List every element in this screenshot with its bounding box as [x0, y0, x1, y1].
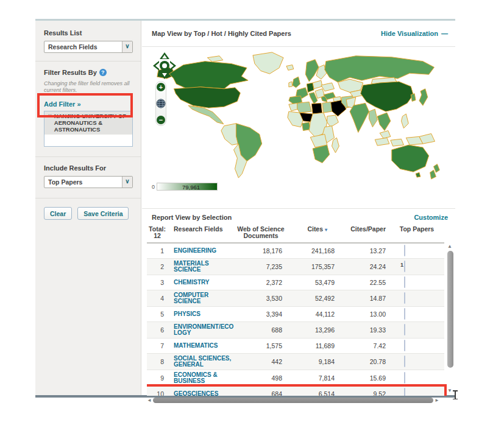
- table-row[interactable]: 2 MATERIALS SCIENCE 7,235 175,357 24.24 …: [147, 259, 444, 275]
- sidebar-divider: [35, 198, 141, 198]
- top-papers-bar-cell: 1: [389, 245, 444, 256]
- remove-filter-icon[interactable]: ×: [48, 113, 52, 133]
- top-papers-bar-track: [404, 356, 405, 367]
- row-cites-per-paper: 14.87: [338, 295, 389, 302]
- zoom-out-button[interactable]: −: [157, 116, 165, 124]
- row-cites-per-paper: 22.55: [338, 279, 389, 286]
- top-papers-bar-cell: [389, 325, 444, 335]
- row-field-link[interactable]: MATHEMATICS: [168, 343, 236, 349]
- customize-link[interactable]: Customize: [414, 214, 448, 221]
- horizontal-scrollbar[interactable]: ◄ ►: [147, 397, 444, 404]
- hide-visualization-label[interactable]: Hide Visualization: [381, 30, 438, 37]
- scroll-up-icon[interactable]: ▲: [447, 244, 452, 249]
- top-papers-bar-label: 1: [400, 246, 403, 252]
- filter-results-label: Filter Results By: [44, 69, 97, 76]
- world-map[interactable]: [151, 49, 452, 182]
- vertical-scrollbar-thumb[interactable]: [447, 251, 453, 368]
- row-field-link[interactable]: CHEMISTRY: [168, 279, 236, 286]
- table-row[interactable]: 8 SOCIAL SCIENCES, GENERAL 442 9,184 20.…: [147, 354, 444, 370]
- row-field-link[interactable]: ECONOMICS & BUSINESS: [168, 372, 236, 384]
- active-filter-item[interactable]: × NANJING UNIVERSITY OF AERONAUTICS & AS…: [44, 111, 132, 135]
- row-field-link[interactable]: ENGINEERING: [168, 248, 236, 254]
- top-papers-bar-cell: [389, 293, 444, 304]
- row-cites-per-paper: 20.78: [338, 358, 389, 365]
- column-header-top-papers: Top Papers: [389, 226, 444, 239]
- row-documents: 684: [236, 390, 286, 396]
- active-filter-label: NANJING UNIVERSITY OF AERONAUTICS & ASTR…: [54, 113, 130, 133]
- column-header-cites-sortable[interactable]: Cites ▾: [286, 226, 338, 239]
- row-cites-per-paper: 15.69: [338, 374, 389, 382]
- top-papers-bar-track: [404, 388, 405, 396]
- main-content: Map View by Top / Hot / Highly Cited Pap…: [142, 21, 455, 395]
- scroll-down-icon[interactable]: ▼: [447, 388, 452, 393]
- row-rank: 3: [147, 279, 168, 286]
- row-field-link[interactable]: COMPUTER SCIENCE: [168, 292, 236, 304]
- top-papers-bar-cell: [389, 309, 444, 320]
- row-documents: 442: [236, 358, 286, 365]
- top-papers-bar-cell: 1: [389, 261, 444, 272]
- vertical-scrollbar[interactable]: ▲ ▼: [446, 244, 454, 395]
- table-row[interactable]: 7 MATHEMATICS 1,575 11,689 7.42: [147, 339, 444, 354]
- table-row[interactable]: 4 COMPUTER SCIENCE 3,530 52,492 14.87: [147, 290, 444, 307]
- sort-descending-icon: ▾: [325, 227, 327, 233]
- legend-max-value: 79,961: [182, 184, 200, 191]
- clear-button[interactable]: Clear: [44, 207, 72, 220]
- add-filter-link[interactable]: Add Filter »: [44, 100, 81, 108]
- row-cites: 44,112: [286, 310, 338, 318]
- map-legend: 0 79,961: [152, 183, 218, 191]
- include-results-selected-value: Top Papers: [48, 178, 82, 186]
- top-papers-bar-track: [404, 308, 405, 320]
- top-papers-bar-cell: [389, 277, 444, 288]
- row-cites-per-paper: 9.52: [338, 390, 389, 396]
- hide-visualization-link[interactable]: Hide Visualization—: [381, 30, 448, 37]
- top-papers-bar-track: [404, 372, 405, 384]
- row-field-link[interactable]: MATERIALS SCIENCE: [168, 261, 236, 273]
- active-filters-listbox[interactable]: × NANJING UNIVERSITY OF AERONAUTICS & AS…: [44, 111, 133, 147]
- top-papers-bar-track: [404, 292, 405, 304]
- map-zoom-control: + −: [155, 81, 166, 126]
- sidebar-divider: [35, 61, 141, 61]
- row-rank: 8: [147, 358, 168, 365]
- chevron-down-icon[interactable]: ∨: [122, 177, 132, 188]
- table-row[interactable]: 3 CHEMISTRY 2,372 53,479 22.55: [147, 275, 444, 290]
- globe-icon[interactable]: [156, 99, 166, 108]
- top-papers-bar-cell: [389, 373, 444, 384]
- row-cites: 9,184: [286, 358, 338, 365]
- row-rank: 6: [147, 326, 168, 334]
- row-field-link[interactable]: ENVIRONMENT/ECOLOGY: [168, 324, 236, 336]
- horizontal-scrollbar-thumb[interactable]: [153, 398, 433, 403]
- row-cites: 13,296: [286, 326, 338, 334]
- report-table: Total: 12 Research Fields Web of Science…: [147, 223, 455, 396]
- text-cursor-pointer: [452, 390, 458, 399]
- row-documents: 688: [236, 326, 286, 334]
- scroll-right-icon[interactable]: ►: [435, 398, 439, 403]
- save-criteria-button[interactable]: Save Criteria: [77, 207, 129, 220]
- results-list-select[interactable]: Research Fields ∨: [44, 41, 133, 53]
- row-rank: 2: [147, 263, 168, 270]
- row-documents: 498: [236, 374, 286, 382]
- table-row[interactable]: 5 PHYSICS 3,394 44,112 13.00: [147, 307, 444, 322]
- map-pan-control[interactable]: [152, 52, 177, 80]
- scroll-left-icon[interactable]: ◄: [147, 398, 152, 403]
- help-icon[interactable]: ?: [99, 69, 107, 76]
- table-row[interactable]: 10 GEOSCIENCES 684 6,514 9.52: [147, 387, 444, 396]
- table-row[interactable]: 1 ENGINEERING 18,176 241,168 13.27 1: [147, 244, 444, 259]
- row-documents: 3,530: [236, 295, 286, 302]
- total-value: 12: [147, 233, 168, 239]
- cites-label: Cites: [307, 225, 323, 233]
- table-row[interactable]: 6 ENVIRONMENT/ECOLOGY 688 13,296 19.33: [147, 322, 444, 339]
- row-cites-per-paper: 13.27: [338, 247, 389, 254]
- include-results-select[interactable]: Top Papers ∨: [44, 176, 133, 188]
- row-cites: 241,168: [286, 247, 338, 254]
- row-cites: 11,689: [286, 342, 338, 349]
- row-field-link[interactable]: PHYSICS: [168, 311, 236, 317]
- table-row[interactable]: 9 ECONOMICS & BUSINESS 498 7,814 15.69: [147, 370, 444, 387]
- zoom-in-button[interactable]: +: [157, 83, 165, 91]
- chevron-down-icon[interactable]: ∨: [122, 41, 132, 52]
- top-papers-bar-cell: [389, 388, 444, 396]
- row-cites: 53,479: [286, 279, 338, 286]
- row-documents: 1,575: [236, 342, 286, 349]
- collapse-icon[interactable]: —: [441, 30, 448, 37]
- row-field-link[interactable]: GEOSCIENCES: [168, 391, 236, 396]
- row-field-link[interactable]: SOCIAL SCIENCES, GENERAL: [168, 356, 236, 368]
